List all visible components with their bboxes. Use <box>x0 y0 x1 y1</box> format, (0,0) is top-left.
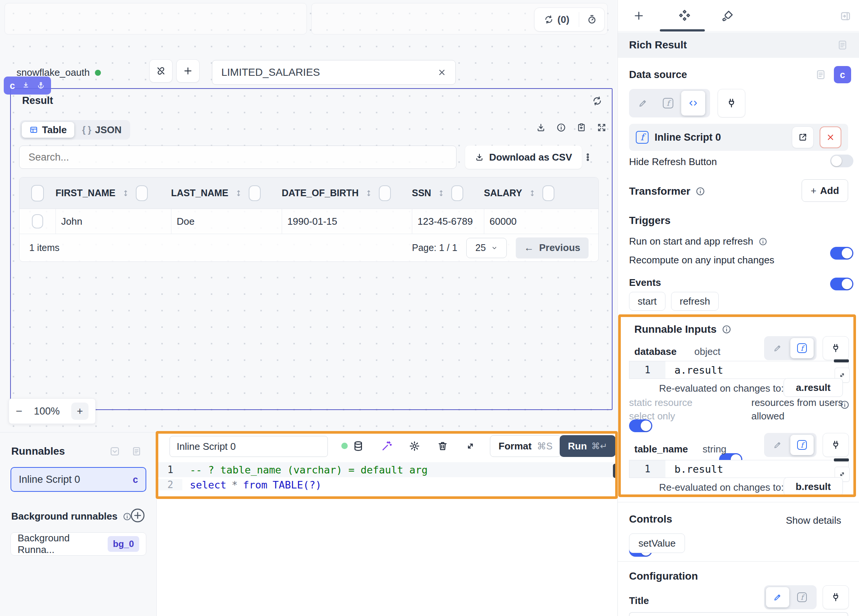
page-size-select[interactable]: 25 <box>466 238 507 258</box>
mode-function[interactable]: f <box>790 587 814 607</box>
column-checkbox[interactable] <box>136 185 148 201</box>
script-name-input[interactable] <box>176 441 321 452</box>
sort-icon[interactable] <box>437 189 445 197</box>
tab-table[interactable]: Table <box>22 122 74 138</box>
remove-source-button[interactable] <box>820 127 841 148</box>
reeval-dep-chip[interactable]: a.result <box>784 378 843 397</box>
control-method-pill[interactable]: setValue <box>629 533 685 553</box>
settings-gear-icon[interactable] <box>409 441 420 452</box>
anchor-icon[interactable] <box>37 81 45 90</box>
download-csv-button[interactable]: Download as CSV <box>465 145 582 169</box>
info-icon[interactable] <box>840 400 850 410</box>
column-checkbox[interactable] <box>379 185 391 201</box>
connect-input-button[interactable] <box>823 336 849 360</box>
tab-json[interactable]: { } JSON <box>75 122 128 138</box>
code-line[interactable]: 2 select * from TABLE(?) <box>158 477 614 492</box>
column-checkbox[interactable] <box>451 185 463 201</box>
column-header[interactable]: LAST_NAME <box>171 185 282 201</box>
component-selection-chip[interactable]: c <box>4 77 51 95</box>
connect-input-button[interactable] <box>823 585 849 609</box>
move-down-icon[interactable] <box>22 81 30 90</box>
add-transformer-button[interactable]: + Add <box>801 179 848 202</box>
add-button[interactable] <box>176 59 200 83</box>
runnable-item-selected[interactable]: Inline Script 0 c <box>11 467 146 492</box>
list-view-icon[interactable] <box>131 446 142 457</box>
event-pill-start[interactable]: start <box>629 292 665 311</box>
mode-function[interactable]: f <box>656 91 680 116</box>
mode-static[interactable] <box>631 91 655 116</box>
connect-source-button[interactable] <box>718 89 745 117</box>
download-icon[interactable] <box>536 123 546 133</box>
recompute-toggle[interactable] <box>830 278 853 290</box>
fullscreen-icon[interactable] <box>597 123 606 133</box>
mode-code[interactable] <box>681 91 705 116</box>
styles-tab[interactable] <box>722 9 734 22</box>
table-name-input[interactable] <box>221 66 437 78</box>
zoom-in-button[interactable]: + <box>71 403 89 420</box>
zoom-out-button[interactable]: − <box>16 405 22 417</box>
clear-input-icon[interactable] <box>437 68 447 77</box>
format-button[interactable]: Format ⌘S <box>490 435 561 457</box>
previous-page-button[interactable]: ← Previous <box>516 238 589 258</box>
unlink-button[interactable] <box>149 59 173 83</box>
info-icon[interactable] <box>695 186 705 196</box>
add-background-runnable-button[interactable] <box>129 507 146 524</box>
docs-icon[interactable] <box>815 69 826 80</box>
collapse-list-icon[interactable] <box>109 446 120 457</box>
code-line[interactable]: 1 -- ? table_name (varchar) = default ar… <box>158 462 614 477</box>
hide-refresh-toggle[interactable] <box>830 155 853 167</box>
component-id-chip[interactable]: c <box>834 66 851 83</box>
table-row[interactable]: John Doe 1990-01-15 123-45-6789 60000 <box>20 209 598 234</box>
mode-static[interactable] <box>766 338 789 358</box>
collapse-panel-icon[interactable] <box>840 11 851 22</box>
editor-scrollbar[interactable] <box>613 464 617 478</box>
components-tab[interactable] <box>678 9 691 22</box>
column-checkbox[interactable] <box>249 185 261 201</box>
database-expression-editor[interactable]: 1 a.result <box>629 361 849 379</box>
run-on-start-toggle[interactable] <box>830 247 853 260</box>
column-header[interactable]: SSN <box>412 185 484 201</box>
refresh-count-button[interactable]: (0) <box>534 14 579 25</box>
mode-function[interactable]: f <box>790 338 814 358</box>
column-header[interactable]: DATE_OF_BIRTH <box>282 185 412 201</box>
info-icon[interactable] <box>556 123 566 133</box>
info-icon[interactable] <box>722 325 731 334</box>
database-icon[interactable] <box>353 441 364 452</box>
canvas-refresh-pill: (0) <box>534 8 605 31</box>
sort-icon[interactable] <box>234 189 243 197</box>
column-checkbox[interactable] <box>542 185 554 201</box>
history-button[interactable] <box>579 14 604 25</box>
event-pill-refresh[interactable]: refresh <box>671 292 719 311</box>
magic-wand-icon[interactable] <box>381 440 393 452</box>
reeval-dep-chip[interactable]: b.result <box>784 477 843 496</box>
title-input-partial[interactable] <box>629 612 848 616</box>
show-details-link[interactable]: Show details <box>786 515 841 526</box>
select-all-checkbox[interactable] <box>31 185 44 202</box>
row-checkbox[interactable] <box>32 214 43 228</box>
expand-editor-icon[interactable] <box>465 441 476 451</box>
copy-data-icon[interactable] <box>576 123 586 133</box>
kebab-menu-icon[interactable] <box>583 152 593 162</box>
mode-function[interactable]: f <box>790 435 814 455</box>
background-runnable-item[interactable]: Background Runna... bg_0 <box>11 532 146 556</box>
table-search-input[interactable] <box>28 152 447 163</box>
run-button[interactable]: Run ⌘↵ <box>560 435 615 457</box>
code-editor[interactable]: 1 -- ? table_name (varchar) = default ar… <box>158 462 614 492</box>
add-component-tab[interactable] <box>633 10 645 22</box>
data-source-row[interactable]: f Inline Script 0 <box>629 124 848 151</box>
delete-trash-icon[interactable] <box>437 441 448 452</box>
sort-icon[interactable] <box>122 189 130 197</box>
connect-input-button[interactable] <box>823 433 849 457</box>
docs-icon[interactable] <box>837 39 848 51</box>
sort-icon[interactable] <box>365 189 373 197</box>
info-icon[interactable] <box>759 237 767 246</box>
mode-static[interactable] <box>766 587 789 607</box>
mode-static[interactable] <box>766 435 789 455</box>
rich-result-component[interactable]: Result Table { } JSON Download as <box>10 88 612 410</box>
sort-icon[interactable] <box>528 189 536 197</box>
column-header[interactable]: SALARY <box>484 185 598 201</box>
column-header[interactable]: FIRST_NAME <box>56 185 171 201</box>
open-source-button[interactable] <box>792 127 814 148</box>
result-refresh-icon[interactable] <box>592 96 603 106</box>
table-name-expression-editor[interactable]: 1 b.result <box>629 460 849 478</box>
